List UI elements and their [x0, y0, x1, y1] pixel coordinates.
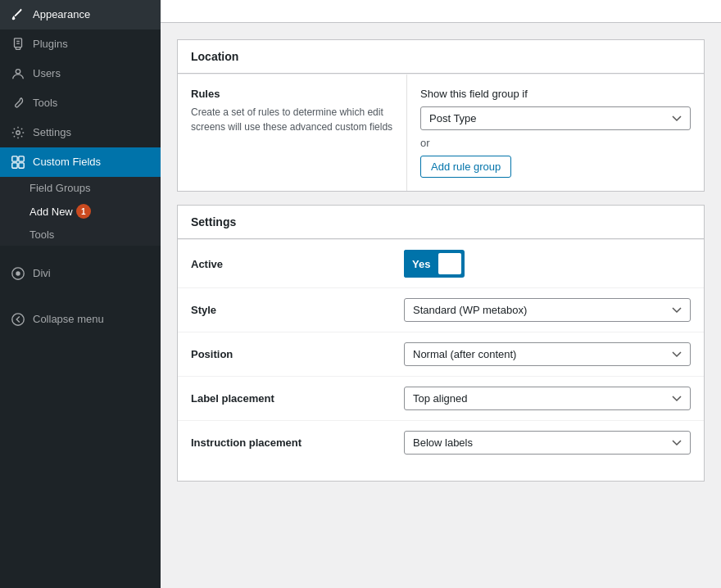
position-select[interactable]: Normal (after content) Side High (after … [404, 342, 691, 366]
location-left: Rules Create a set of rules to determine… [178, 75, 407, 191]
sidebar-item-settings[interactable]: Settings [0, 118, 161, 147]
svg-point-3 [16, 70, 20, 74]
toggle-thumb [438, 253, 461, 274]
instruction-placement-label: Instruction placement [191, 436, 404, 449]
plugin-icon [10, 36, 26, 52]
location-panel: Location Rules Create a set of rules to … [177, 39, 705, 192]
submenu-field-groups[interactable]: Field Groups [0, 177, 161, 199]
gear-icon [10, 124, 26, 141]
add-rule-group-button[interactable]: Add rule group [420, 156, 511, 178]
sidebar-item-tools[interactable]: Tools [0, 88, 161, 118]
sidebar-item-plugins[interactable]: Plugins [0, 29, 161, 59]
style-label: Style [191, 304, 404, 316]
settings-panel: Settings Active Yes Style Standard (WP m… [177, 205, 705, 482]
sidebar-item-appearance[interactable]: Appearance [0, 0, 161, 29]
collapse-icon [10, 311, 26, 328]
instruction-placement-value: Below labels Below fields [404, 431, 691, 455]
svg-rect-6 [19, 156, 24, 161]
settings-row-position: Position Normal (after content) Side Hig… [178, 332, 704, 376]
sidebar-item-custom-fields-label: Custom Fields [33, 155, 101, 170]
collapse-menu-item[interactable]: Collapse menu [0, 305, 161, 334]
active-toggle[interactable]: Yes [404, 250, 465, 278]
wrench-icon [10, 95, 26, 111]
or-text: or [420, 137, 691, 149]
style-value: Standard (WP metabox) Seamless (no metab… [404, 298, 691, 322]
divi-icon [10, 265, 26, 282]
svg-rect-7 [12, 163, 17, 168]
label-placement-value: Top aligned Left aligned [404, 387, 691, 410]
brush-icon [10, 7, 26, 23]
submenu-add-new[interactable]: Add New 1 [0, 199, 161, 224]
rules-label: Rules [191, 88, 393, 100]
show-field-group-label: Show this field group if [420, 88, 691, 100]
settings-row-style: Style Standard (WP metabox) Seamless (no… [178, 287, 704, 332]
sidebar-item-plugins-label: Plugins [33, 37, 68, 52]
settings-row-instruction-placement: Instruction placement Below labels Below… [178, 420, 704, 464]
submenu-tools[interactable]: Tools [0, 224, 161, 246]
sidebar-item-tools-label: Tools [33, 96, 57, 111]
svg-point-4 [16, 131, 20, 135]
main-content: Location Rules Create a set of rules to … [161, 0, 721, 588]
settings-row-label-placement: Label placement Top aligned Left aligned [178, 376, 704, 420]
position-label: Position [191, 348, 404, 360]
svg-point-11 [12, 314, 24, 325]
grid-icon [10, 154, 26, 170]
post-type-select[interactable]: Post Type Page Type User Form Taxonomy T… [420, 106, 691, 130]
add-new-badge: 1 [76, 204, 91, 219]
sidebar-item-divi-label: Divi [33, 266, 51, 281]
svg-rect-0 [15, 38, 22, 47]
sidebar-item-settings-label: Settings [33, 125, 71, 140]
position-value: Normal (after content) Side High (after … [404, 342, 691, 366]
users-icon [10, 66, 26, 82]
location-right: Show this field group if Post Type Page … [407, 75, 704, 191]
custom-fields-submenu: Field Groups Add New 1 Tools [0, 177, 161, 246]
svg-point-10 [16, 271, 20, 275]
active-value: Yes [404, 250, 691, 278]
svg-rect-8 [19, 163, 24, 168]
sidebar-item-appearance-label: Appearance [33, 7, 90, 22]
location-row: Rules Create a set of rules to determine… [178, 74, 704, 191]
sidebar-item-divi[interactable]: Divi [0, 259, 161, 288]
toggle-yes-label: Yes [404, 250, 438, 278]
collapse-menu-label: Collapse menu [33, 312, 104, 327]
settings-panel-header: Settings [178, 206, 704, 239]
label-placement-select[interactable]: Top aligned Left aligned [404, 387, 691, 410]
svg-rect-5 [12, 156, 17, 161]
sidebar-item-custom-fields[interactable]: Custom Fields [0, 147, 161, 177]
sidebar-item-users-label: Users [33, 66, 61, 81]
sidebar-item-users[interactable]: Users [0, 59, 161, 88]
panel-bottom-spacer [178, 464, 704, 481]
instruction-placement-select[interactable]: Below labels Below fields [404, 431, 691, 455]
settings-row-active: Active Yes [178, 239, 704, 287]
style-select[interactable]: Standard (WP metabox) Seamless (no metab… [404, 298, 691, 322]
active-label: Active [191, 258, 404, 270]
location-panel-header: Location [178, 40, 704, 74]
rules-desc: Create a set of rules to determine which… [191, 105, 393, 134]
label-placement-label: Label placement [191, 392, 404, 405]
top-bar [161, 0, 721, 23]
sidebar: Appearance Plugins Users Tools Settings … [0, 0, 161, 588]
